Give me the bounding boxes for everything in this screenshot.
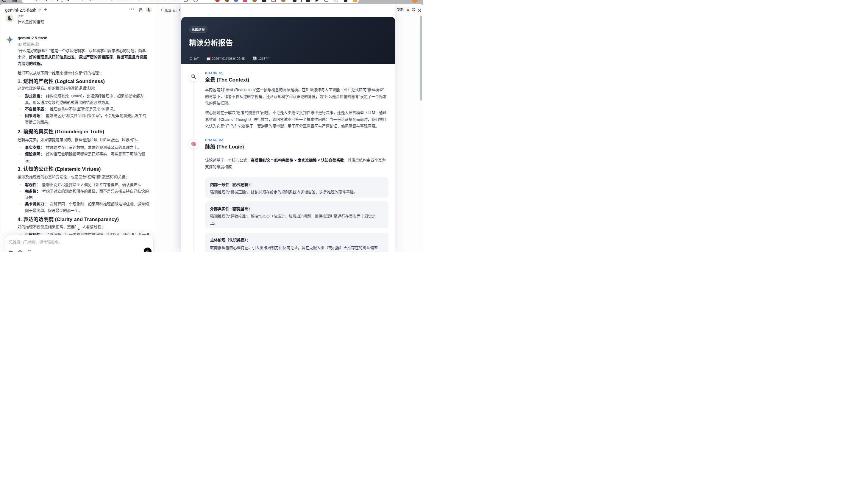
svg-text:17: 17 [208,58,210,60]
